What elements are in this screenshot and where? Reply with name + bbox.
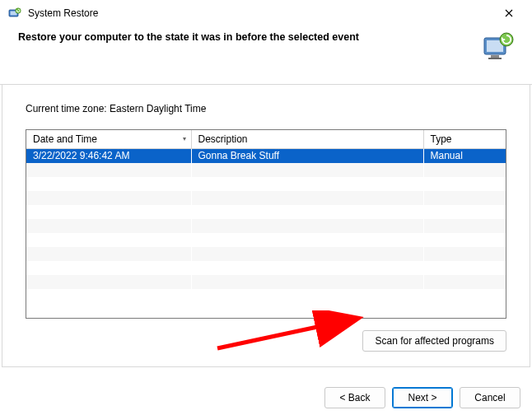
table-row-empty: [26, 247, 506, 261]
col-type[interactable]: Type: [423, 130, 506, 149]
page-title: Restore your computer to the state it wa…: [18, 31, 481, 43]
restore-points-table[interactable]: Date and Time ▾ Description Type 3/22/20…: [26, 129, 506, 319]
close-button[interactable]: [492, 2, 525, 25]
table-row-empty: [26, 233, 506, 247]
col-description[interactable]: Description: [191, 130, 423, 149]
table-row-empty: [26, 261, 506, 275]
window-title: System Restore: [28, 7, 492, 19]
cell-description: Gonna Break Stuff: [191, 149, 423, 163]
back-button[interactable]: < Back: [324, 387, 385, 408]
table-row-empty: [26, 205, 506, 219]
table-row-empty: [26, 191, 506, 205]
sort-desc-icon: ▾: [183, 135, 186, 142]
content-panel: Current time zone: Eastern Daylight Time…: [2, 85, 530, 367]
col-type-label: Type: [431, 133, 452, 145]
cancel-button[interactable]: Cancel: [460, 387, 520, 408]
table-row-empty: [26, 177, 506, 191]
next-button[interactable]: Next >: [392, 387, 453, 408]
system-restore-icon: [8, 7, 21, 20]
table-row[interactable]: 3/22/2022 9:46:42 AM Gonna Break Stuff M…: [26, 149, 506, 163]
table-row-empty: [26, 275, 506, 289]
cell-type: Manual: [423, 149, 506, 163]
system-restore-large-icon: [481, 30, 517, 66]
col-datetime[interactable]: Date and Time ▾: [26, 130, 191, 149]
titlebar: System Restore: [0, 0, 532, 26]
svg-rect-5: [491, 55, 499, 58]
svg-rect-6: [488, 58, 502, 59]
table-row-empty: [26, 163, 506, 177]
timezone-label: Current time zone: Eastern Daylight Time: [19, 103, 513, 114]
col-description-label: Description: [198, 133, 248, 145]
scan-affected-button[interactable]: Scan for affected programs: [362, 330, 506, 352]
table-row-empty: [26, 219, 506, 233]
wizard-footer: < Back Next > Cancel: [324, 387, 520, 408]
table-row-empty: [26, 289, 506, 303]
col-datetime-label: Date and Time: [33, 133, 97, 145]
wizard-header: Restore your computer to the state it wa…: [0, 26, 532, 85]
cell-datetime: 3/22/2022 9:46:42 AM: [26, 149, 191, 163]
